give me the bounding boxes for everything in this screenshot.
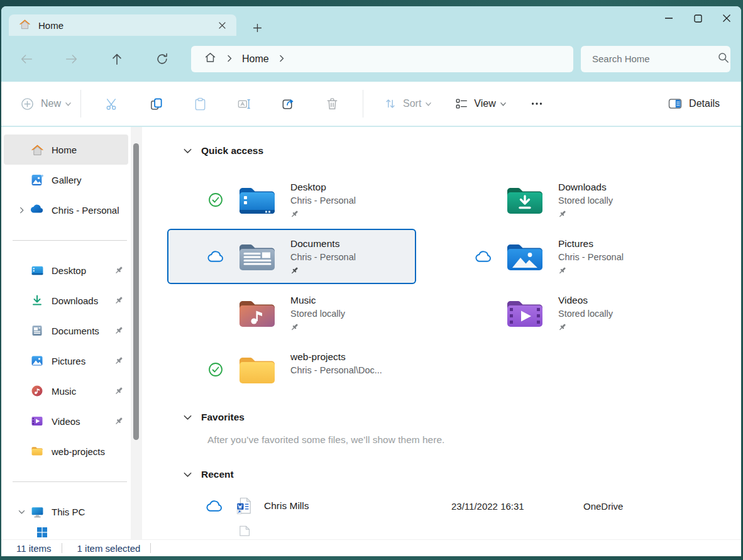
status-divider (62, 543, 62, 553)
sidebar-item-videos[interactable]: Videos (4, 406, 128, 436)
rename-icon[interactable] (230, 90, 258, 118)
tab-close-icon[interactable] (214, 17, 230, 33)
tile-web-projects[interactable]: web-projects Chris - Personal\Doc... (167, 342, 416, 397)
sidebar-divider (1, 225, 131, 255)
new-button-label: New (41, 98, 61, 109)
breadcrumb-item-home[interactable]: Home (242, 53, 269, 65)
close-button[interactable] (712, 6, 741, 30)
forward-icon[interactable] (59, 47, 84, 72)
new-tab-button[interactable] (248, 19, 266, 36)
chevron-right-icon[interactable] (278, 53, 285, 65)
sidebar-item-desktop[interactable]: Desktop (4, 255, 128, 285)
pin-icon (111, 387, 127, 396)
navigation-bar: Home (1, 36, 741, 82)
pin-icon (290, 209, 356, 220)
breadcrumb-home-icon[interactable] (204, 51, 217, 67)
share-icon[interactable] (274, 90, 302, 118)
tile-desktop[interactable]: Desktop Chris - Personal (167, 172, 416, 228)
folder-content: Quick access (142, 127, 741, 539)
desktop-folder-icon (237, 183, 277, 217)
scrollbar-thumb[interactable] (133, 143, 139, 440)
sidebar-item-gallery[interactable]: Gallery (4, 165, 128, 195)
chevron-down-icon[interactable] (180, 146, 195, 156)
recent-file-row-partial[interactable] (167, 525, 741, 536)
recent-header[interactable]: Recent (167, 466, 741, 483)
recent-file-date: 23/11/2022 16:31 (451, 501, 583, 512)
breadcrumb[interactable]: Home (191, 46, 573, 72)
search-input[interactable] (592, 53, 717, 64)
selected-count: 1 item selected (77, 543, 141, 554)
tile-name: Videos (558, 294, 613, 307)
sort-arrows-icon (383, 97, 397, 111)
sidebar-item-web-projects[interactable]: web-projects (4, 436, 128, 466)
pin-icon (290, 265, 356, 277)
chevron-down-icon (425, 101, 432, 107)
sidebar-item-pictures[interactable]: Pictures (4, 346, 128, 376)
sidebar-item-partial[interactable] (1, 527, 131, 539)
chevron-right-icon[interactable] (13, 207, 30, 214)
word-document-icon (236, 497, 252, 515)
view-button[interactable]: View (451, 90, 510, 118)
recent-file-location: OneDrive (583, 501, 623, 512)
sort-button[interactable]: Sort (380, 90, 436, 118)
pin-icon (111, 326, 127, 336)
navigation-sidebar: Home Gallery (1, 127, 131, 539)
sidebar-item-downloads[interactable]: Downloads (4, 285, 128, 316)
maximize-button[interactable] (683, 6, 712, 30)
recent-file-row[interactable]: Chris Mills 23/11/2022 16:31 OneDrive (167, 491, 741, 521)
tile-videos[interactable]: Videos Stored locally (435, 285, 684, 341)
music-folder-icon (237, 296, 277, 330)
sidebar-item-music[interactable]: Music (4, 376, 128, 406)
tile-music[interactable]: Music Stored locally (167, 285, 416, 341)
delete-icon[interactable] (318, 90, 346, 118)
tile-subtitle: Stored locally (290, 307, 345, 321)
sidebar-scrollbar[interactable] (131, 127, 142, 539)
chevron-down-icon[interactable] (13, 508, 30, 515)
more-options-icon[interactable] (524, 91, 549, 116)
sidebar-item-documents[interactable]: Documents (4, 316, 128, 346)
quick-access-header[interactable]: Quick access (167, 142, 741, 160)
sort-label: Sort (403, 98, 421, 109)
view-icon (454, 97, 468, 111)
quick-access-grid: Desktop Chris - Personal (167, 172, 741, 398)
music-icon (30, 385, 44, 397)
sync-status-synced-icon (203, 192, 228, 207)
tile-downloads[interactable]: Downloads Stored locally (435, 172, 684, 228)
up-icon[interactable] (104, 47, 129, 72)
tab-home[interactable]: Home (9, 14, 236, 36)
refresh-icon[interactable] (150, 47, 175, 72)
sync-status-cloud-icon (471, 250, 496, 263)
command-toolbar: New (1, 82, 741, 127)
sync-status-cloud-icon (203, 250, 228, 263)
view-label: View (474, 98, 495, 109)
back-icon[interactable] (14, 47, 39, 72)
paste-icon[interactable] (186, 90, 214, 118)
sidebar-item-home[interactable]: Home (4, 135, 128, 165)
tile-pictures[interactable]: Pictures Chris - Personal (435, 229, 684, 284)
tile-name: Documents (290, 237, 356, 251)
tab-bar: Home (1, 6, 741, 36)
details-button[interactable]: Details (663, 90, 725, 118)
tile-subtitle: Chris - Personal (290, 251, 356, 264)
tile-subtitle: Stored locally (558, 307, 613, 321)
details-label: Details (689, 98, 720, 109)
toolbar-divider (363, 90, 363, 118)
new-button[interactable]: New (20, 97, 72, 111)
chevron-down-icon[interactable] (180, 469, 195, 480)
tile-name: Music (290, 294, 345, 307)
gallery-icon (30, 173, 44, 187)
videos-folder-icon (505, 296, 545, 330)
favorites-header[interactable]: Favorites (167, 409, 741, 426)
sidebar-item-onedrive[interactable]: Chris - Personal (4, 195, 128, 225)
tile-documents[interactable]: Documents Chris - Personal (167, 229, 416, 284)
sidebar-item-this-pc[interactable]: This PC (4, 497, 128, 527)
search-icon[interactable] (717, 52, 729, 66)
copy-icon[interactable] (142, 90, 170, 118)
downloads-icon (30, 294, 44, 307)
tile-subtitle: Chris - Personal (290, 194, 356, 207)
chevron-down-icon[interactable] (180, 412, 195, 423)
tile-subtitle: Chris - Personal (558, 251, 624, 264)
minimize-button[interactable] (654, 6, 683, 30)
search-box[interactable] (581, 46, 730, 72)
cut-icon[interactable] (98, 90, 126, 118)
